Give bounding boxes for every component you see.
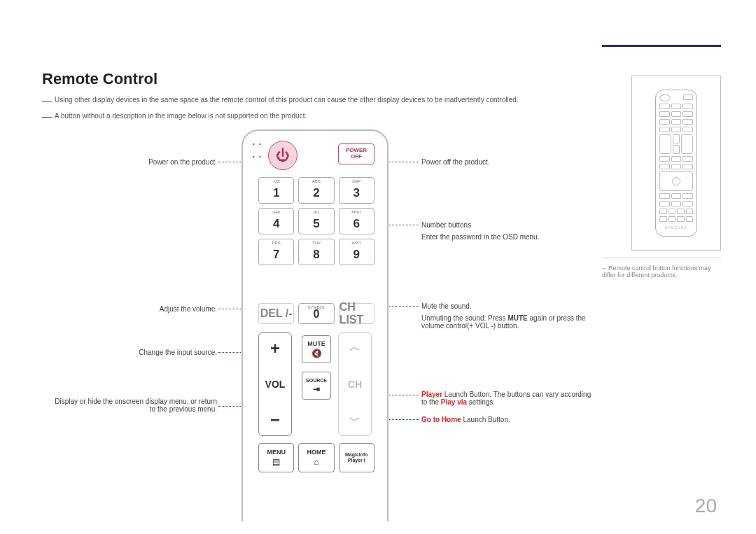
key-9: WXY9 <box>339 239 374 265</box>
key-chlist: CH LIST <box>339 303 374 324</box>
callout-power-on: Power on the product. <box>49 158 217 166</box>
chevron-down-icon: ﹀ <box>349 414 360 428</box>
menu-icon: ▤ <box>272 457 280 467</box>
source-button: SOURCE⇥ <box>302 372 331 400</box>
page-number: 20 <box>695 495 717 517</box>
ir-dots: • • <box>253 141 262 147</box>
mini-remote: SAMSUNG <box>655 90 697 237</box>
key-1: .QZ1 <box>258 177 294 204</box>
callout-power-off: Power off the product. <box>421 158 596 166</box>
home-icon: ⌂ <box>314 457 318 467</box>
callout-volume: Adjust the volume. <box>49 305 217 313</box>
key-5: JKL5 <box>298 208 334 234</box>
number-pad: .QZ1 ABC2 DEF3 GHI4 JKL5 MNO6 PRS7 TUV8 … <box>258 177 374 265</box>
key-4: GHI4 <box>258 208 294 234</box>
callout-numbers: Number buttons Enter the password in the… <box>421 221 596 241</box>
callout-player: Player Launch Button. The buttons can va… <box>421 391 596 406</box>
key-7: PRS7 <box>258 239 294 265</box>
remote-diagram: • • • • ⏻ POWEROFF .QZ1 ABC2 DEF3 GHI4 J… <box>241 129 388 521</box>
menu-button: MENU▤ <box>258 443 294 472</box>
ir-dots: • • <box>253 153 262 160</box>
volume-rocker: + VOL − <box>258 332 292 436</box>
mute-icon: 🔇 <box>312 349 322 358</box>
callout-mute: Mute the sound. Unmuting the sound: Pres… <box>421 302 596 330</box>
thumbnail-note: –Remote control button functions may dif… <box>602 265 721 279</box>
vol-plus-icon: + <box>270 339 280 358</box>
key-8: TUV8 <box>298 239 334 265</box>
note-1: ―Using other display devices in the same… <box>42 94 519 106</box>
mini-brand: SAMSUNG <box>659 225 693 230</box>
power-button: ⏻ <box>268 141 298 170</box>
channel-rocker: ︿ CH ﹀ <box>338 332 372 436</box>
thumbnail-panel: SAMSUNG <box>631 76 721 251</box>
key-del: DEL /- <box>258 303 294 324</box>
bottom-row: MENU▤ HOME⌂ MagicInfoPlayer I <box>258 443 374 472</box>
chevron-up-icon: ︿ <box>349 340 360 355</box>
key-0: SYMBOL0 <box>298 303 334 324</box>
power-off-button: POWEROFF <box>338 143 374 164</box>
callout-source: Change the input source. <box>49 349 217 356</box>
magicinfo-button: MagicInfoPlayer I <box>339 443 374 472</box>
note-2: ―A button without a description in the i… <box>42 111 307 122</box>
thumb-separator <box>602 258 721 258</box>
source-icon: ⇥ <box>313 384 320 394</box>
page-title: Remote Control <box>42 70 158 88</box>
header-rule <box>602 45 721 47</box>
row-del-zero-chlist: DEL /- SYMBOL0 CH LIST <box>258 303 374 324</box>
key-6: MNO6 <box>339 208 374 234</box>
key-2: ABC2 <box>298 177 334 204</box>
home-button: HOME⌂ <box>298 443 334 472</box>
vol-minus-icon: − <box>270 410 280 430</box>
callout-menu: Display or hide the onscreen display men… <box>49 398 217 413</box>
key-3: DEF3 <box>339 177 374 204</box>
callout-home: Go to Home Launch Button. <box>421 416 596 423</box>
mute-button: MUTE🔇 <box>302 335 331 363</box>
